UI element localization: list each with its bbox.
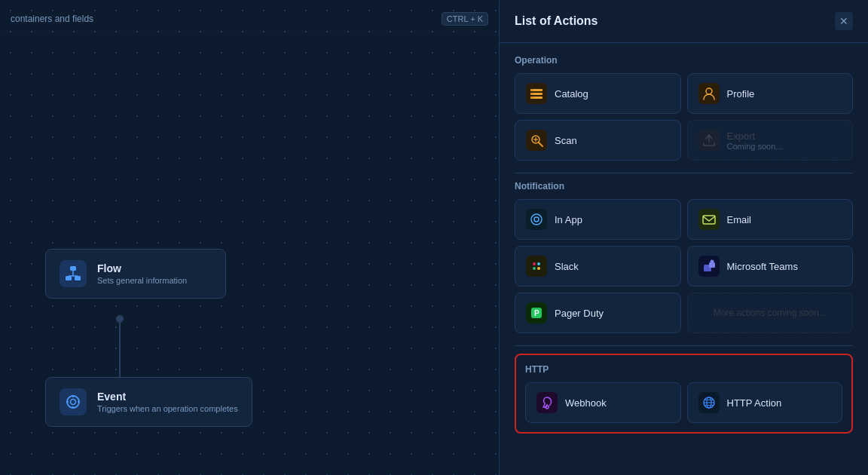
svg-point-27 [537,262,540,265]
notification-section-label: Notification [515,181,853,192]
svg-point-35 [546,406,549,409]
export-sub: Coming soon... [727,142,783,151]
svg-point-17 [532,97,533,99]
svg-point-28 [533,267,536,270]
inapp-text: In App [555,214,582,225]
profile-text: Profile [727,88,755,100]
webhook-text: Webhook [565,397,607,409]
inapp-name: In App [555,214,582,225]
connector-line [119,317,121,381]
flow-node-info: Flow Sets general information [97,262,187,285]
svg-point-15 [532,90,533,91]
svg-point-23 [531,214,542,225]
event-node-title: Event [97,391,238,403]
action-pager[interactable]: P Pager Duty [515,293,681,333]
search-bar: containers and fields CTRL + K [0,8,499,31]
scan-icon [526,130,547,151]
operation-section-label: Operation [515,55,853,66]
svg-rect-2 [75,276,81,280]
svg-point-32 [710,260,714,264]
pager-name: Pager Duty [555,308,604,319]
svg-point-6 [67,396,79,408]
http-section-label: HTTP [525,364,842,375]
scan-name: Scan [555,135,577,146]
panel-header: List of Actions ✕ [500,0,868,43]
action-webhook[interactable]: Webhook [525,382,681,423]
export-icon [698,130,720,151]
slack-text: Slack [555,261,579,272]
webhook-name: Webhook [565,397,607,409]
close-button[interactable]: ✕ [835,12,853,30]
profile-name: Profile [727,88,755,100]
svg-rect-25 [703,216,715,224]
action-inapp[interactable]: In App [515,199,681,240]
slack-name: Slack [555,261,579,272]
keyboard-shortcut: CTRL + K [442,12,488,26]
event-node-subtitle: Triggers when an operation completes [97,404,238,413]
flow-node-title: Flow [97,262,187,274]
catalog-name: Catalog [555,88,588,100]
more-name: More actions coming soon... [714,308,827,318]
flow-node-icon [60,260,87,287]
inapp-icon [526,209,547,230]
profile-icon [698,83,720,104]
action-slack[interactable]: Slack [515,246,681,287]
svg-text:P: P [534,309,539,317]
teams-icon [698,256,720,277]
httpaction-icon [698,392,720,413]
svg-rect-0 [70,266,76,271]
teams-text: Microsoft Teams [727,261,798,272]
panel-content: Operation Catalog [500,43,868,475]
http-section: HTTP Webhook [515,354,853,434]
slack-icon [526,256,547,277]
action-catalog[interactable]: Catalog [515,73,681,114]
email-name: Email [727,214,752,225]
svg-point-26 [533,262,536,265]
action-httpaction[interactable]: HTTP Action [687,382,843,423]
email-text: Email [727,214,752,225]
pager-icon: P [526,302,547,323]
svg-point-7 [71,400,76,405]
email-icon [698,209,720,230]
flow-node[interactable]: Flow Sets general information [45,249,226,299]
export-name: Export [727,130,783,142]
svg-point-18 [706,88,712,94]
canvas: containers and fields CTRL + K Flow Sets… [0,0,499,475]
export-text: Export Coming soon... [727,130,783,151]
event-node-info: Event Triggers when an operation complet… [97,391,238,413]
action-teams[interactable]: Microsoft Teams [687,246,854,287]
webhook-icon [536,392,558,413]
httpaction-name: HTTP Action [727,397,782,409]
httpaction-text: HTTP Action [727,397,782,409]
action-more-soon: More actions coming soon... [687,293,854,333]
http-grid: Webhook HTTP Act [525,382,842,423]
operation-grid: Catalog Profile [515,73,853,161]
notification-grid: In App Email [515,199,853,333]
event-node[interactable]: Event Triggers when an operation complet… [45,377,252,427]
search-placeholder: containers and fields [11,14,93,24]
svg-point-16 [532,93,533,95]
scan-text: Scan [555,135,577,146]
right-panel: List of Actions ✕ Operation [499,0,868,475]
pager-text: Pager Duty [555,308,604,319]
svg-line-20 [539,142,542,146]
panel-title: List of Actions [515,14,598,28]
svg-point-29 [537,267,540,270]
flow-node-subtitle: Sets general information [97,276,187,285]
event-node-icon [60,388,87,415]
action-export: Export Coming soon... [687,120,854,161]
svg-point-24 [534,217,539,222]
action-email[interactable]: Email [687,199,854,240]
catalog-icon [526,83,547,104]
svg-rect-1 [66,276,72,280]
action-profile[interactable]: Profile [687,73,854,114]
teams-name: Microsoft Teams [727,261,798,272]
catalog-text: Catalog [555,88,588,100]
separator-1 [515,173,853,173]
more-text: More actions coming soon... [714,308,827,318]
action-scan[interactable]: Scan [515,120,681,161]
separator-2 [515,345,853,346]
